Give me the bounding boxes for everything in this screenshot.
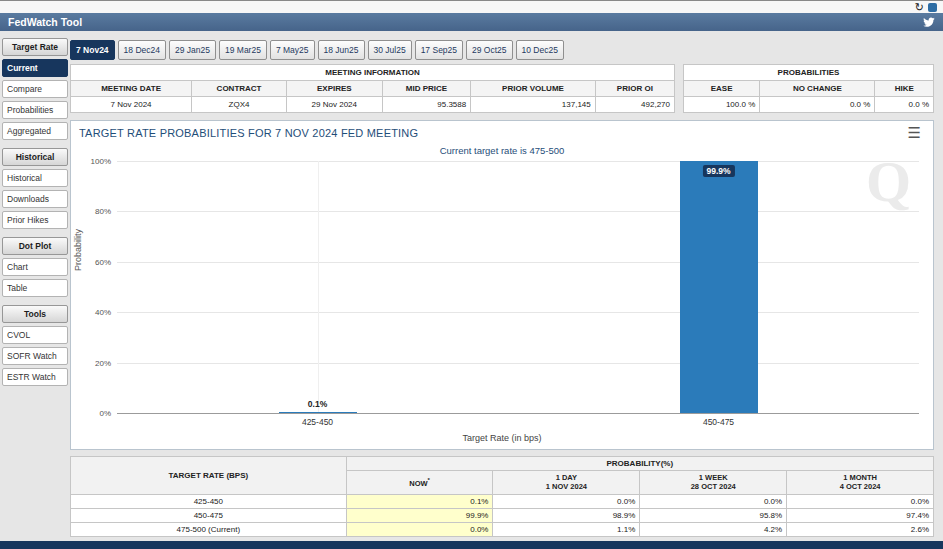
chart-title: TARGET RATE PROBABILITIES FOR 7 NOV 2024… — [79, 127, 418, 139]
meeting-info-title: MEETING INFORMATION — [71, 65, 675, 81]
week-cell: 0.0% — [640, 494, 787, 508]
col-header-1-day: 1 DAY1 NOV 2024 — [493, 471, 640, 495]
sidebar-item-estr-watch[interactable]: ESTR Watch — [2, 368, 68, 386]
sidebar-item-probabilities[interactable]: Probabilities — [2, 101, 68, 119]
hike-header: HIKE — [875, 81, 934, 97]
xlabel-425-450: 425-450 — [302, 417, 333, 427]
refresh-icon[interactable]: ↻ — [915, 2, 924, 13]
probability-history-section: TARGET RATE (BPS) PROBABILITY(%) NOW* 1 … — [70, 456, 934, 549]
plot-area: 100% 80% 60% 40% 20% 0% 0.1% 99.9% — [117, 161, 919, 413]
bar-425-450[interactable]: 0.1% — [279, 412, 357, 413]
table-row-450-475: 450-475 99.9% 98.9% 95.8% 97.4% — [71, 508, 934, 522]
tab-30-jul25[interactable]: 30 Jul25 — [368, 40, 412, 60]
sidebar-item-sofr-watch[interactable]: SOFR Watch — [2, 347, 68, 365]
month-cell: 0.0% — [787, 494, 934, 508]
ease-header: EASE — [684, 81, 760, 97]
share-icon[interactable] — [928, 3, 937, 12]
sidebar-item-cvol[interactable]: CVOL — [2, 326, 68, 344]
expires-value: 29 Nov 2024 — [286, 97, 382, 113]
meeting-information-table: MEETING INFORMATION MEETING DATE CONTRAC… — [70, 64, 675, 113]
day-cell: 98.9% — [493, 508, 640, 522]
week-cell: 4.2% — [640, 522, 787, 536]
mid-price-header: MID PRICE — [382, 81, 471, 97]
ytick-100: 100% — [73, 157, 111, 166]
rate-cell: 425-450 — [71, 494, 347, 508]
target-rate-bps-header: TARGET RATE (BPS) — [71, 457, 347, 495]
tab-29-jan25[interactable]: 29 Jan25 — [169, 40, 216, 60]
app-header: FedWatch Tool — [0, 13, 943, 31]
sidebar-item-table[interactable]: Table — [2, 279, 68, 297]
probabilities-title: PROBABILITIES — [684, 65, 934, 81]
col-header-now: NOW* — [346, 471, 493, 495]
sidebar-item-current[interactable]: Current — [2, 59, 68, 77]
sidebar-item-prior-hikes[interactable]: Prior Hikes — [2, 211, 68, 229]
sidebar-item-downloads[interactable]: Downloads — [2, 190, 68, 208]
hike-value: 0.0 % — [875, 97, 934, 113]
no-change-value: 0.0 % — [760, 97, 875, 113]
sidebar-section-dot-plot: Dot Plot — [2, 237, 68, 255]
meeting-date-header: MEETING DATE — [71, 81, 192, 97]
month-cell: 2.6% — [787, 522, 934, 536]
sidebar-item-aggregated[interactable]: Aggregated — [2, 122, 68, 140]
meeting-date-value: 7 Nov 2024 — [71, 97, 192, 113]
bar-label-425-450: 0.1% — [308, 399, 327, 409]
chart-subtitle: Current target rate is 475-500 — [71, 145, 933, 156]
twitter-icon[interactable] — [923, 16, 935, 28]
now-cell: 99.9% — [346, 508, 493, 522]
bottom-scrollbar[interactable] — [0, 541, 943, 549]
week-cell: 95.8% — [640, 508, 787, 522]
now-cell: 0.0% — [346, 522, 493, 536]
sidebar-section-target-rate: Target Rate — [2, 38, 68, 56]
table-row-425-450: 425-450 0.1% 0.0% 0.0% 0.0% — [71, 494, 934, 508]
probability-pct-header: PROBABILITY(%) — [346, 457, 933, 471]
xlabel-450-475: 450-475 — [703, 417, 734, 427]
gridline-40 — [117, 312, 919, 313]
rate-cell: 475-500 (Current) — [71, 522, 347, 536]
tab-17-sep25[interactable]: 17 Sep25 — [415, 40, 463, 60]
bar-450-475[interactable]: 99.9% — [680, 161, 758, 413]
mid-price-value: 95.3588 — [382, 97, 471, 113]
ytick-60: 60% — [73, 258, 111, 267]
ytick-80: 80% — [73, 207, 111, 216]
col-header-1-week: 1 WEEK28 OCT 2024 — [640, 471, 787, 495]
browser-chrome-strip: ↻ — [0, 0, 943, 13]
prior-volume-value: 137,145 — [471, 97, 596, 113]
prior-volume-header: PRIOR VOLUME — [471, 81, 596, 97]
sidebar-item-compare[interactable]: Compare — [2, 80, 68, 98]
sidebar-section-historical: Historical — [2, 148, 68, 166]
tab-19-mar25[interactable]: 19 Mar25 — [219, 40, 267, 60]
now-cell: 0.1% — [346, 494, 493, 508]
gridline-100 — [117, 161, 919, 162]
vertical-gridline — [318, 161, 319, 413]
meeting-date-tabs: 7 Nov24 18 Dec24 29 Jan25 19 Mar25 7 May… — [70, 40, 564, 60]
day-cell: 1.1% — [493, 522, 640, 536]
probabilities-table: PROBABILITIES EASE NO CHANGE HIKE 100.0 … — [683, 64, 934, 113]
contract-header: CONTRACT — [192, 81, 287, 97]
rate-cell: 450-475 — [71, 508, 347, 522]
tab-7-may25[interactable]: 7 May25 — [270, 40, 315, 60]
tab-29-oct25[interactable]: 29 Oct25 — [466, 40, 513, 60]
sidebar-section-tools: Tools — [2, 305, 68, 323]
ytick-20: 20% — [73, 359, 111, 368]
tab-10-dec25[interactable]: 10 Dec25 — [516, 40, 564, 60]
gridline-20 — [117, 363, 919, 364]
no-change-header: NO CHANGE — [760, 81, 875, 97]
gridline-80 — [117, 211, 919, 212]
tab-18-dec24[interactable]: 18 Dec24 — [118, 40, 166, 60]
info-row: MEETING INFORMATION MEETING DATE CONTRAC… — [70, 64, 934, 113]
tab-18-jun25[interactable]: 18 Jun25 — [318, 40, 365, 60]
app-title: FedWatch Tool — [8, 16, 82, 28]
day-cell: 0.0% — [493, 494, 640, 508]
tab-7-nov24[interactable]: 7 Nov24 — [70, 40, 115, 60]
expires-header: EXPIRES — [286, 81, 382, 97]
sidebar-item-historical[interactable]: Historical — [2, 169, 68, 187]
bar-label-450-475: 99.9% — [702, 165, 734, 177]
prior-oi-header: PRIOR OI — [595, 81, 674, 97]
sidebar-item-chart[interactable]: Chart — [2, 258, 68, 276]
col-header-1-month: 1 MONTH4 OCT 2024 — [787, 471, 934, 495]
table-row-475-500-current: 475-500 (Current) 0.0% 1.1% 4.2% 2.6% — [71, 522, 934, 536]
x-axis-title: Target Rate (in bps) — [71, 433, 933, 443]
prior-oi-value: 492,270 — [595, 97, 674, 113]
chart-menu-icon[interactable]: ☰ — [908, 125, 921, 140]
probability-history-table: TARGET RATE (BPS) PROBABILITY(%) NOW* 1 … — [70, 456, 934, 537]
